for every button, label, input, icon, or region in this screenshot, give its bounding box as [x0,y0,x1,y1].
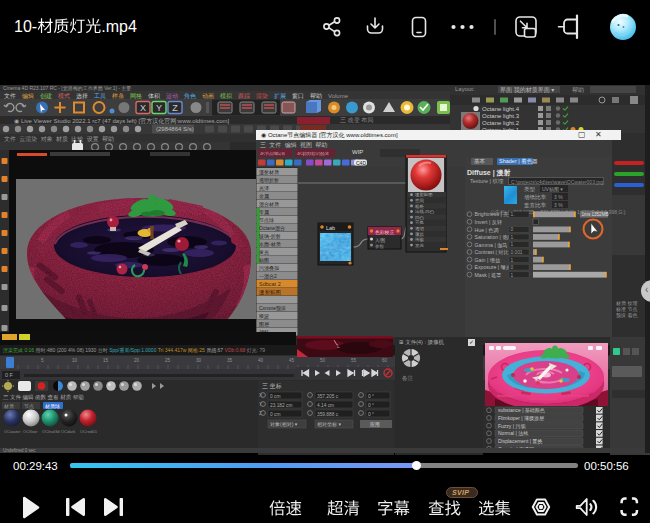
svg-text:三 文件 编辑 函数 查看 材质 帮助: 三 文件 编辑 函数 查看 材质 帮助 [3,394,84,401]
svg-text:0 cm: 0 cm [270,394,280,399]
svg-text:Octane混合: Octane混合 [259,225,285,232]
svg-text:Gamma | 伽马: Gamma | 伽马 [475,242,508,249]
svg-text:Hue | 色调: Hue | 色调 [475,227,499,234]
svg-text:粗糙: 粗糙 [415,204,424,209]
svg-text::: : [531,265,532,270]
svg-text:一混合2: 一混合2 [259,273,277,280]
svg-text:Exposure | 曝光: Exposure | 曝光 [475,264,512,271]
svg-text:Y: Y [156,103,162,113]
svg-text:应用: 应用 [370,421,380,428]
svg-text:Sdbcat 2: Sdbcat 2 [259,281,281,287]
svg-text:40: 40 [258,358,264,363]
svg-text::: : [531,250,532,255]
svg-text:X: X [140,103,146,113]
svg-text:30: 30 [196,358,202,363]
svg-text:节点球: 节点球 [259,217,274,223]
svg-text:贴图: 贴图 [259,257,269,264]
svg-text:透明折射: 透明折射 [259,177,279,184]
svg-text:OCwater: OCwater [4,429,21,434]
svg-text:1.: 1. [511,212,515,217]
svg-text:60: 60 [382,358,388,363]
svg-text:漫射贴图: 漫射贴图 [415,192,433,197]
svg-text:25: 25 [165,358,171,363]
svg-text:Contrast | 对比: Contrast | 对比 [475,249,509,255]
svg-text:L: L [337,343,340,349]
svg-text:Normal | 法线: Normal | 法线 [498,430,528,437]
svg-text:0 °: 0 ° [368,394,374,399]
svg-text:Fuzzy | 污垢: Fuzzy | 污垢 [498,423,525,430]
svg-text:1: 1 [511,258,514,263]
svg-text:0 °: 0 ° [368,412,374,417]
svg-text:金属: 金属 [259,193,269,199]
svg-text:359.888 c: 359.888 c [317,412,339,417]
svg-text:Invert | 反转: Invert | 反转 [475,219,503,225]
svg-text:凹凸: 凹凸 [415,215,424,220]
svg-text:0 °: 0 ° [368,403,374,408]
svg-text:置换: 置换 [415,220,424,225]
svg-text:发光: 发光 [259,249,269,256]
svg-text:Octane light.2: Octane light.2 [482,120,520,126]
svg-text:Z: Z [259,411,262,416]
svg-text:Octane light.3: Octane light.3 [482,113,520,119]
svg-text:0: 0 [511,227,514,232]
svg-text::: : [531,272,532,277]
svg-text:Z: Z [172,103,178,113]
svg-text::: : [531,235,532,240]
svg-text:漫射贴图: 漫射贴图 [258,289,281,296]
svg-text:Mask | 遮罩: Mask | 遮罩 [475,272,502,278]
svg-text:污渍叠加: 污渍叠加 [259,265,279,272]
svg-text:OCdark: OCdark [61,429,76,434]
svg-text:相对坐标 ▾: 相对坐标 ▾ [317,421,341,428]
svg-text:10: 10 [72,358,78,363]
svg-text:15: 15 [103,358,109,363]
svg-text:Lab: Lab [326,225,335,231]
svg-text:玻璃-折射: 玻璃-折射 [258,233,281,240]
svg-text:45: 45 [289,358,295,363]
svg-text:混合材质: 混合材质 [259,201,280,208]
svg-text:对象(相对) ▾: 对象(相对) ▾ [270,421,298,427]
svg-text:Displacement | 置换: Displacement | 置换 [498,438,543,445]
svg-text:35: 35 [227,358,233,363]
svg-text:光泽: 光泽 [259,185,269,192]
svg-text::: : [531,242,532,247]
svg-text:357.205 c: 357.205 c [317,394,339,399]
svg-text:Gain | 增益: Gain | 增益 [475,257,501,264]
svg-text:漫射材质: 漫射材质 [259,169,280,176]
svg-text:水面-材质: 水面-材质 [259,241,282,248]
svg-text:Cxnsne预设: Cxnsne预设 [259,305,286,312]
svg-text:法线-凹凸: 法线-凹凸 [415,209,434,214]
svg-text::: : [531,227,532,232]
svg-text::: : [531,257,532,262]
svg-text:23.182 cm: 23.182 cm [270,403,292,408]
svg-text:发光: 发光 [415,243,424,248]
svg-text:1: 1 [511,242,514,247]
svg-text:0: 0 [511,265,514,270]
svg-text:substance | 基础颜色: substance | 基础颜色 [498,407,545,413]
svg-text:0 cm: 0 cm [270,412,280,417]
svg-text:OCleaf3d: OCleaf3d [42,429,60,434]
svg-text:Brightness | 亮度: Brightness | 亮度 [475,211,515,218]
svg-text:噪波: 噪波 [259,313,269,320]
svg-text:OCfloor: OCfloor [23,429,38,434]
svg-text:图层: 图层 [259,321,269,328]
svg-text:Flimkoper | 薄膜涂层: Flimkoper | 薄膜涂层 [498,415,544,422]
svg-text:色彩校正: 色彩校正 [375,230,394,235]
svg-text:50: 50 [320,358,326,363]
svg-text:X: X [259,393,262,398]
svg-text:专属: 专属 [259,209,269,215]
svg-text::: : [531,212,532,217]
svg-text:1: 1 [511,235,514,240]
svg-text:5: 5 [41,358,44,363]
svg-text:55: 55 [351,358,357,363]
svg-text:参数: 参数 [375,244,385,249]
svg-text:0.001: 0.001 [511,250,523,255]
svg-text:Octane light.4: Octane light.4 [482,106,520,112]
svg-text:1: 1 [511,273,514,278]
svg-text:(2984864 S/s): (2984864 S/s) [156,126,194,132]
svg-text:20: 20 [134,358,140,363]
svg-text:OCred01: OCred01 [80,429,98,434]
svg-text:透明: 透明 [415,226,424,231]
svg-text:Y: Y [259,402,262,407]
svg-text:4.14 cm: 4.14 cm [317,403,334,408]
